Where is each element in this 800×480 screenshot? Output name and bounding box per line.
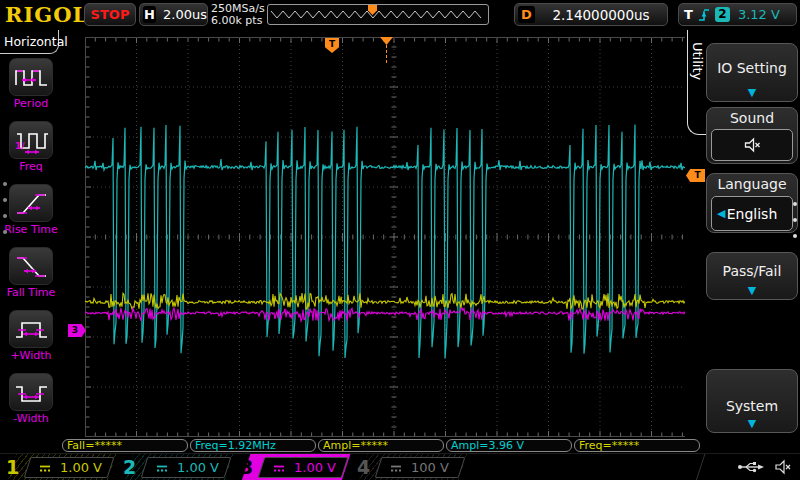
menu-item-period[interactable]: Period bbox=[0, 58, 62, 114]
menu-item-fall-time[interactable]: Fall Time bbox=[0, 247, 62, 303]
language-value-box: ◀ English bbox=[711, 196, 793, 231]
preview-wave bbox=[268, 5, 488, 24]
channel-status-bar: 1 1.00 V 2 1.00 V 3 bbox=[0, 453, 800, 480]
menu-item-rise-time[interactable]: Rise Time bbox=[0, 184, 62, 240]
left-menu-title: Horizontal bbox=[0, 30, 59, 54]
plus-width-icon bbox=[9, 310, 53, 348]
memory-depth: 6.00k pts bbox=[211, 15, 265, 27]
h-badge: H bbox=[143, 6, 156, 23]
acquisition-info: 250MSa/s 6.00k pts bbox=[211, 3, 265, 27]
run-state-button[interactable]: STOP bbox=[84, 3, 136, 26]
top-status-bar: RIGOL STOP H 2.00us 250MSa/s 6.00k pts D… bbox=[0, 0, 800, 30]
trigger-level-value: 3.12 V bbox=[738, 7, 780, 22]
period-icon bbox=[9, 58, 53, 96]
chevron-down-icon: ▼ bbox=[707, 88, 797, 98]
right-page-dots bbox=[793, 202, 797, 250]
channel3-offset-marker[interactable]: 3 bbox=[68, 324, 86, 337]
menu-item-freq[interactable]: 1/ Freq bbox=[0, 121, 62, 177]
horizontal-scale-value: 2.00us bbox=[163, 7, 207, 22]
delay-value: 2.14000000us bbox=[535, 7, 667, 23]
measurement-freq-ch2[interactable]: Freq=1.92MHz bbox=[190, 439, 316, 452]
d-badge: D bbox=[518, 6, 535, 23]
channel-scale: 100 V bbox=[411, 460, 449, 475]
measurement-bar: Fall=***** Freq=1.92MHz Ampl=***** Ampl=… bbox=[62, 439, 700, 452]
chevron-down-icon: ▼ bbox=[707, 286, 797, 296]
chevron-left-icon: ◀ bbox=[717, 207, 725, 220]
menu-item-minus-width[interactable]: -Width bbox=[0, 373, 62, 429]
left-page-dots bbox=[3, 182, 7, 246]
measurement-ampl-2[interactable]: Ampl=3.96 V bbox=[446, 439, 572, 452]
menu-tab-label: Utility bbox=[690, 42, 705, 80]
channel-1-cell[interactable]: 1 1.00 V bbox=[0, 454, 112, 480]
dc-coupling-icon bbox=[389, 463, 403, 473]
system-button[interactable]: System ▼ bbox=[706, 369, 798, 433]
menu-item-label: Freq bbox=[0, 160, 62, 173]
dc-coupling-icon bbox=[155, 463, 169, 473]
channel-scale: 1.00 V bbox=[60, 460, 102, 475]
fall-time-icon bbox=[9, 247, 53, 285]
delay-block[interactable]: D 2.14000000us bbox=[514, 3, 668, 26]
sound-button[interactable]: Sound bbox=[706, 107, 798, 164]
center-marker-line bbox=[386, 45, 387, 63]
channel-3-cell[interactable]: 3 1.00 V bbox=[234, 454, 346, 480]
language-button[interactable]: Language ◀ English bbox=[706, 173, 798, 233]
waveform-display[interactable]: T bbox=[85, 37, 703, 437]
channel-number: 1 bbox=[6, 456, 19, 478]
menu-item-label: Fall Time bbox=[0, 286, 62, 299]
pass-fail-button[interactable]: Pass/Fail ▼ bbox=[706, 252, 798, 300]
channel-scale: 1.00 V bbox=[177, 460, 219, 475]
horizontal-scale-block[interactable]: H 2.00us bbox=[139, 3, 208, 26]
measurement-freq-2[interactable]: Freq=***** bbox=[574, 439, 700, 452]
utility-menu: Utility IO Setting ▼ Sound Language ◀ En… bbox=[685, 30, 800, 453]
svg-text:1/: 1/ bbox=[15, 141, 25, 151]
speaker-muted-icon bbox=[773, 459, 792, 475]
channel-2-cell[interactable]: 2 1.00 V bbox=[117, 454, 229, 480]
language-value: English bbox=[727, 206, 778, 222]
menu-item-plus-width[interactable]: +Width bbox=[0, 310, 62, 366]
chevron-down-icon: ▼ bbox=[707, 419, 797, 429]
channel-number: 2 bbox=[123, 456, 136, 478]
channel-number: 3 bbox=[240, 456, 253, 478]
menu-item-label: -Width bbox=[0, 412, 62, 425]
trigger-label: T bbox=[684, 7, 693, 22]
measurement-ampl-1[interactable]: Ampl=***** bbox=[318, 439, 444, 452]
dc-coupling-icon bbox=[272, 463, 286, 473]
menu-tab: Utility bbox=[687, 30, 706, 135]
oscilloscope-screen: RIGOL STOP H 2.00us 250MSa/s 6.00k pts D… bbox=[0, 0, 800, 480]
sound-value-box bbox=[711, 129, 793, 161]
measurement-fall[interactable]: Fall=***** bbox=[62, 439, 188, 452]
dc-coupling-icon bbox=[38, 463, 52, 473]
trigger-block[interactable]: T 2 3.12 V bbox=[678, 3, 797, 26]
channel-scale: 1.00 V bbox=[294, 460, 336, 475]
freq-icon: 1/ bbox=[9, 121, 53, 159]
channel-number: 4 bbox=[357, 456, 370, 478]
menu-item-label: +Width bbox=[0, 349, 62, 362]
rising-edge-icon bbox=[697, 7, 711, 23]
speaker-muted-icon bbox=[741, 137, 763, 153]
menu-item-label: Rise Time bbox=[0, 223, 62, 236]
trigger-source-badge: 2 bbox=[715, 7, 730, 22]
menu-item-label: Period bbox=[0, 97, 62, 110]
waveform-traces bbox=[85, 37, 703, 437]
rigol-logo: RIGOL bbox=[5, 2, 88, 27]
waveform-preview[interactable] bbox=[267, 4, 489, 25]
status-divider bbox=[696, 454, 706, 480]
rise-time-icon bbox=[9, 184, 53, 222]
io-setting-button[interactable]: IO Setting ▼ bbox=[706, 43, 798, 102]
usb-icon bbox=[737, 460, 765, 474]
minus-width-icon bbox=[9, 373, 53, 411]
horizontal-measure-menu: Horizontal Period 1/ bbox=[0, 30, 62, 453]
channel-4-cell[interactable]: 4 100 V bbox=[351, 454, 463, 480]
